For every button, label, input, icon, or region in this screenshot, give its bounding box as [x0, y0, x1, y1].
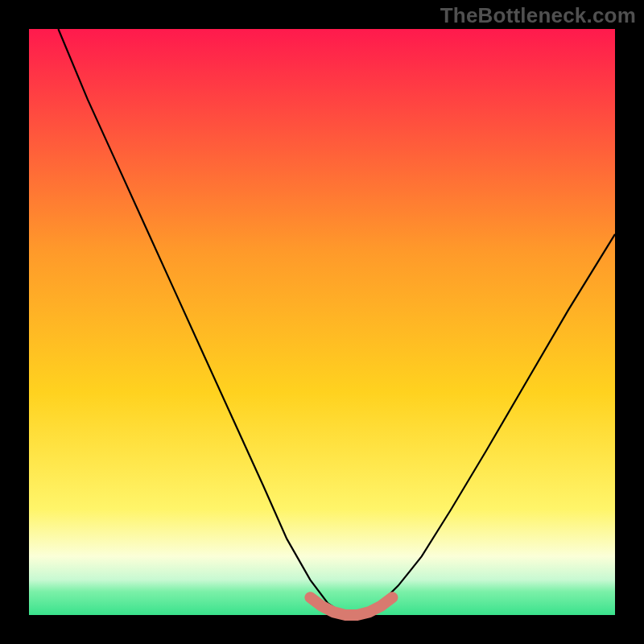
bottleneck-chart	[0, 0, 644, 644]
plot-background	[29, 29, 615, 615]
chart-frame: TheBottleneck.com	[0, 0, 644, 644]
